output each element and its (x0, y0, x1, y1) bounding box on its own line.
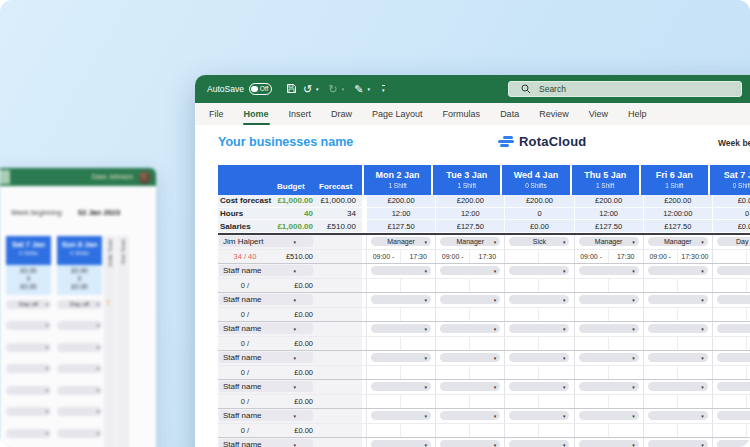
summary-day-cell[interactable]: £200.00 (574, 195, 643, 208)
shift-start-cell[interactable] (713, 308, 747, 322)
shift-end-cell[interactable] (539, 250, 573, 264)
shift-start-cell[interactable] (505, 250, 539, 264)
ribbon-tab-formulas[interactable]: Formulas (433, 103, 491, 125)
summary-day-cell[interactable]: £200.00 (435, 195, 504, 208)
shift-end-cell[interactable] (678, 366, 712, 380)
shift-start-cell[interactable] (644, 279, 678, 293)
shift-start-cell[interactable] (644, 395, 678, 409)
shift-type-dropdown[interactable]: ▾ (509, 382, 569, 391)
search-input[interactable]: Search (508, 81, 742, 97)
shift-start-cell[interactable] (436, 279, 470, 293)
summary-day-cell[interactable]: £200.00 (504, 195, 573, 208)
shift-end-cell[interactable] (401, 308, 435, 322)
shift-start-cell[interactable] (713, 279, 747, 293)
shift-end-cell[interactable] (539, 395, 573, 409)
ribbon-tab-file[interactable]: File (199, 103, 234, 125)
shift-type-dropdown[interactable]: ▾ (717, 382, 750, 391)
shift-type-dropdown[interactable]: ▾ (648, 411, 708, 420)
shift-type-dropdown[interactable]: Manager ▾ (648, 237, 708, 246)
shift-end-cell[interactable] (609, 366, 643, 380)
shift-type-dropdown[interactable]: ▾ (371, 440, 431, 447)
shift-type-dropdown[interactable]: ▾ (717, 440, 750, 447)
staff-name-dropdown[interactable]: Staff name ▾ (219, 439, 313, 447)
shift-end-cell[interactable] (678, 337, 712, 351)
shift-type-dropdown[interactable]: ▾ (579, 295, 639, 304)
shift-type-dropdown[interactable]: ▾ (371, 295, 431, 304)
shift-type-dropdown[interactable]: ▾ (371, 411, 431, 420)
summary-day-cell[interactable]: £127.50 (435, 220, 504, 233)
shift-type-dropdown[interactable]: Day off ▾ (717, 237, 750, 246)
background-rota-window[interactable]: Dave Johnson Week beginning: 02 Jan 2023… (0, 168, 156, 447)
ribbon-tab-insert[interactable]: Insert (279, 103, 322, 125)
autosave-toggle[interactable]: Off (249, 83, 272, 95)
shift-type-dropdown[interactable]: ▾ (579, 324, 639, 333)
shift-end-cell[interactable] (401, 366, 435, 380)
shift-end-cell[interactable]: 17:30 (609, 250, 643, 264)
shift-end-cell[interactable] (470, 337, 504, 351)
ribbon-tab-home[interactable]: Home (234, 103, 279, 125)
undo-dropdown-icon[interactable]: ▾ (316, 86, 319, 92)
shift-type-dropdown[interactable]: ▾ (371, 382, 431, 391)
staff-name-dropdown[interactable]: Staff name ▾ (219, 352, 313, 363)
shift-end-cell[interactable] (609, 279, 643, 293)
staff-name-dropdown[interactable]: Staff name ▾ (219, 265, 313, 276)
pen-icon[interactable]: ✎ (352, 84, 365, 95)
shift-start-cell[interactable] (644, 424, 678, 438)
shift-type-dropdown[interactable]: ▾ (371, 353, 431, 362)
summary-day-cell[interactable]: 12:00 (366, 208, 435, 221)
shift-end-cell[interactable] (470, 366, 504, 380)
undo-icon[interactable]: ↺ (301, 84, 314, 95)
shift-start-cell[interactable] (436, 424, 470, 438)
ribbon-tab-data[interactable]: Data (490, 103, 529, 125)
shift-end-cell[interactable] (678, 279, 712, 293)
shift-end-cell[interactable]: 17:30:00 (678, 250, 712, 264)
summary-day-cell[interactable]: 12:00 (574, 208, 643, 221)
shift-end-cell[interactable] (678, 424, 712, 438)
shift-type-dropdown[interactable]: ▾ (648, 440, 708, 447)
staff-name-dropdown[interactable]: Staff name ▾ (219, 381, 313, 392)
shift-start-cell[interactable] (436, 366, 470, 380)
shift-type-dropdown[interactable]: ▾ (440, 353, 500, 362)
shift-start-cell[interactable] (505, 308, 539, 322)
shift-start-cell[interactable] (367, 279, 401, 293)
shift-type-dropdown[interactable]: ▾ (440, 382, 500, 391)
shift-type-dropdown[interactable]: ▾ (717, 295, 750, 304)
shift-type-dropdown[interactable]: ▾ (717, 266, 750, 275)
staff-name-dropdown[interactable]: Staff name ▾ (219, 410, 313, 421)
summary-day-cell[interactable]: 12:00:00 (643, 208, 712, 221)
shift-type-dropdown[interactable]: ▾ (440, 440, 500, 447)
shift-end-cell[interactable] (539, 366, 573, 380)
shift-end-cell[interactable] (401, 337, 435, 351)
shift-end-cell[interactable] (539, 337, 573, 351)
shift-type-dropdown[interactable]: ▾ (509, 266, 569, 275)
summary-day-cell[interactable]: £200.00 (643, 195, 712, 208)
summary-forecast-cell[interactable]: 34 (317, 209, 362, 218)
shift-end-cell[interactable] (609, 308, 643, 322)
shift-type-dropdown[interactable]: ▾ (579, 382, 639, 391)
shift-type-dropdown[interactable]: ▾ (440, 266, 500, 275)
shift-end-cell[interactable] (539, 308, 573, 322)
ribbon-tab-help[interactable]: Help (618, 103, 657, 125)
summary-forecast-cell[interactable]: £510.00 (317, 222, 362, 231)
summary-day-cell[interactable]: £127.50 (366, 220, 435, 233)
shift-type-dropdown[interactable]: ▾ (579, 440, 639, 447)
shift-end-cell[interactable] (470, 279, 504, 293)
shift-start-cell[interactable] (367, 308, 401, 322)
shift-type-dropdown[interactable]: Manager ▾ (440, 237, 500, 246)
shift-start-cell[interactable] (713, 337, 747, 351)
summary-day-cell[interactable]: £0.00 (504, 220, 573, 233)
shift-start-cell[interactable] (367, 337, 401, 351)
summary-day-cell[interactable]: 0 (712, 208, 750, 221)
summary-day-cell[interactable]: £200.00 (366, 195, 435, 208)
shift-start-cell[interactable] (367, 366, 401, 380)
shift-start-cell[interactable] (713, 424, 747, 438)
shift-type-dropdown[interactable]: ▾ (440, 324, 500, 333)
shift-end-cell[interactable] (539, 424, 573, 438)
shift-start-cell[interactable] (505, 337, 539, 351)
shift-end-cell[interactable]: 17:30 (401, 250, 435, 264)
shift-type-dropdown[interactable]: ▾ (648, 382, 708, 391)
shift-start-cell[interactable] (575, 308, 609, 322)
shift-start-cell[interactable] (505, 395, 539, 409)
shift-type-dropdown[interactable]: ▾ (509, 295, 569, 304)
shift-start-cell[interactable]: 09:00 - (644, 250, 678, 264)
